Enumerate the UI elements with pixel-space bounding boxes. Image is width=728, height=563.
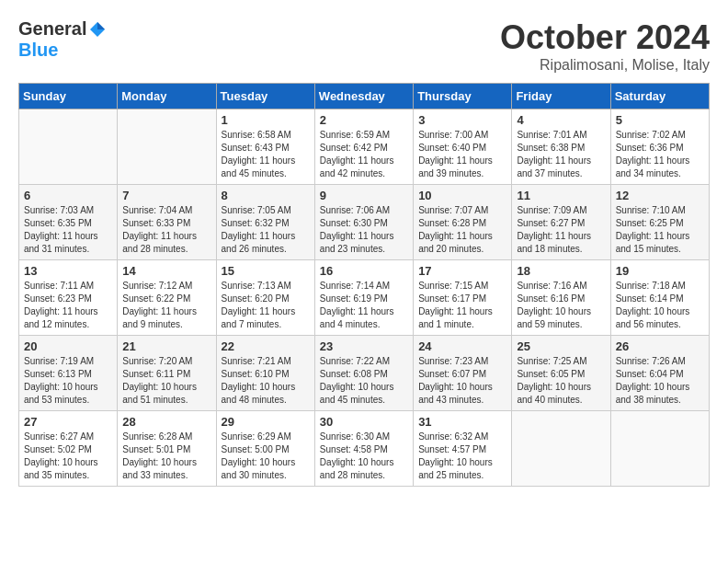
day-number: 7 <box>122 189 210 202</box>
daylight-text: Daylight: 10 hours and 53 minutes. <box>24 382 98 405</box>
sunrise-text: Sunrise: 6:27 AM <box>24 431 94 442</box>
calendar-cell: 19Sunrise: 7:18 AMSunset: 6:14 PMDayligh… <box>610 260 709 336</box>
daylight-text: Daylight: 10 hours and 56 minutes. <box>616 306 690 329</box>
day-number: 4 <box>517 113 605 127</box>
day-info: Sunrise: 7:23 AMSunset: 6:07 PMDaylight:… <box>418 355 506 407</box>
sunset-text: Sunset: 6:07 PM <box>418 369 486 379</box>
daylight-text: Daylight: 11 hours and 45 minutes. <box>222 155 296 178</box>
calendar-week-row: 6Sunrise: 7:03 AMSunset: 6:35 PMDaylight… <box>19 185 710 260</box>
sunrise-text: Sunrise: 7:21 AM <box>222 356 291 366</box>
calendar-cell: 10Sunrise: 7:07 AMSunset: 6:28 PMDayligh… <box>414 185 512 260</box>
sunset-text: Sunset: 6:32 PM <box>222 218 290 228</box>
calendar-cell: 20Sunrise: 7:19 AMSunset: 6:13 PMDayligh… <box>19 336 118 411</box>
day-number: 24 <box>418 339 506 353</box>
sunrise-text: Sunrise: 7:13 AM <box>222 281 291 291</box>
sunset-text: Sunset: 6:17 PM <box>418 293 486 304</box>
day-info: Sunrise: 7:14 AMSunset: 6:19 PMDaylight:… <box>320 280 408 331</box>
calendar-header-row: Sunday Monday Tuesday Wednesday Thursday… <box>19 84 710 109</box>
day-info: Sunrise: 7:00 AMSunset: 6:40 PMDaylight:… <box>418 129 506 180</box>
day-info: Sunrise: 7:26 AMSunset: 6:04 PMDaylight:… <box>616 355 704 407</box>
day-number: 27 <box>24 415 112 429</box>
sunset-text: Sunset: 6:33 PM <box>122 218 190 228</box>
calendar-cell: 12Sunrise: 7:10 AMSunset: 6:25 PMDayligh… <box>610 185 709 260</box>
daylight-text: Daylight: 11 hours and 12 minutes. <box>24 306 98 329</box>
sunrise-text: Sunrise: 7:18 AM <box>616 281 686 291</box>
sunset-text: Sunset: 4:58 PM <box>320 444 388 454</box>
day-info: Sunrise: 6:58 AMSunset: 6:43 PMDaylight:… <box>222 129 310 180</box>
day-number: 3 <box>418 113 506 127</box>
sunrise-text: Sunrise: 6:59 AM <box>320 130 390 140</box>
header-friday: Friday <box>512 84 610 109</box>
daylight-text: Daylight: 11 hours and 34 minutes. <box>616 155 690 178</box>
daylight-text: Daylight: 11 hours and 28 minutes. <box>122 231 197 254</box>
sunrise-text: Sunrise: 7:06 AM <box>320 205 390 215</box>
calendar-cell: 3Sunrise: 7:00 AMSunset: 6:40 PMDaylight… <box>414 109 512 185</box>
daylight-text: Daylight: 10 hours and 45 minutes. <box>320 382 394 405</box>
calendar-cell <box>610 411 709 487</box>
sunset-text: Sunset: 6:19 PM <box>320 293 388 304</box>
sunset-text: Sunset: 5:01 PM <box>122 444 190 454</box>
calendar-cell: 28Sunrise: 6:28 AMSunset: 5:01 PMDayligh… <box>118 411 216 487</box>
sunset-text: Sunset: 6:10 PM <box>222 369 290 379</box>
page-header: General Blue October 2024 Ripalimosani, … <box>18 18 710 74</box>
calendar-cell: 27Sunrise: 6:27 AMSunset: 5:02 PMDayligh… <box>19 411 118 487</box>
day-number: 31 <box>418 415 506 429</box>
day-number: 23 <box>320 339 408 353</box>
month-title: October 2024 <box>500 18 710 57</box>
header-saturday: Saturday <box>610 84 709 109</box>
calendar-cell: 14Sunrise: 7:12 AMSunset: 6:22 PMDayligh… <box>118 260 216 336</box>
calendar-cell: 1Sunrise: 6:58 AMSunset: 6:43 PMDaylight… <box>216 109 314 185</box>
daylight-text: Daylight: 11 hours and 18 minutes. <box>517 231 591 254</box>
sunset-text: Sunset: 6:43 PM <box>222 143 290 153</box>
daylight-text: Daylight: 11 hours and 31 minutes. <box>24 231 98 254</box>
day-info: Sunrise: 7:10 AMSunset: 6:25 PMDaylight:… <box>616 204 704 256</box>
day-number: 2 <box>320 113 408 127</box>
day-number: 22 <box>222 339 310 353</box>
sunrise-text: Sunrise: 7:05 AM <box>222 205 291 215</box>
sunset-text: Sunset: 5:00 PM <box>222 444 290 454</box>
day-info: Sunrise: 6:27 AMSunset: 5:02 PMDaylight:… <box>24 431 112 482</box>
header-wednesday: Wednesday <box>314 84 413 109</box>
sunset-text: Sunset: 6:13 PM <box>24 369 92 379</box>
sunset-text: Sunset: 6:42 PM <box>320 143 388 153</box>
calendar-cell: 26Sunrise: 7:26 AMSunset: 6:04 PMDayligh… <box>610 336 709 411</box>
day-info: Sunrise: 7:15 AMSunset: 6:17 PMDaylight:… <box>418 280 506 331</box>
day-info: Sunrise: 7:06 AMSunset: 6:30 PMDaylight:… <box>320 204 408 256</box>
calendar-cell: 24Sunrise: 7:23 AMSunset: 6:07 PMDayligh… <box>414 336 512 411</box>
daylight-text: Daylight: 11 hours and 23 minutes. <box>320 231 394 254</box>
sunrise-text: Sunrise: 7:01 AM <box>517 130 586 140</box>
calendar-cell: 15Sunrise: 7:13 AMSunset: 6:20 PMDayligh… <box>216 260 314 336</box>
sunrise-text: Sunrise: 6:28 AM <box>122 431 192 442</box>
day-info: Sunrise: 7:01 AMSunset: 6:38 PMDaylight:… <box>517 129 605 180</box>
day-info: Sunrise: 7:02 AMSunset: 6:36 PMDaylight:… <box>616 129 704 180</box>
calendar-cell: 16Sunrise: 7:14 AMSunset: 6:19 PMDayligh… <box>314 260 413 336</box>
sunset-text: Sunset: 6:30 PM <box>320 218 388 228</box>
sunrise-text: Sunrise: 7:12 AM <box>122 281 192 291</box>
day-info: Sunrise: 7:20 AMSunset: 6:11 PMDaylight:… <box>122 355 210 407</box>
calendar-cell: 6Sunrise: 7:03 AMSunset: 6:35 PMDaylight… <box>19 185 118 260</box>
sunset-text: Sunset: 6:11 PM <box>122 369 190 379</box>
daylight-text: Daylight: 11 hours and 37 minutes. <box>517 155 591 178</box>
sunset-text: Sunset: 4:57 PM <box>418 444 486 454</box>
sunset-text: Sunset: 6:22 PM <box>122 293 190 304</box>
daylight-text: Daylight: 11 hours and 15 minutes. <box>616 231 690 254</box>
header-tuesday: Tuesday <box>216 84 314 109</box>
calendar-cell: 7Sunrise: 7:04 AMSunset: 6:33 PMDaylight… <box>118 185 216 260</box>
day-number: 9 <box>320 189 408 202</box>
sunset-text: Sunset: 6:16 PM <box>517 293 585 304</box>
day-info: Sunrise: 7:16 AMSunset: 6:16 PMDaylight:… <box>517 280 605 331</box>
day-number: 10 <box>418 189 506 202</box>
logo-icon <box>88 20 107 39</box>
sunrise-text: Sunrise: 7:14 AM <box>320 281 390 291</box>
calendar-week-row: 1Sunrise: 6:58 AMSunset: 6:43 PMDaylight… <box>19 109 710 185</box>
sunrise-text: Sunrise: 7:07 AM <box>418 205 488 215</box>
day-number: 29 <box>222 415 310 429</box>
sunrise-text: Sunrise: 6:29 AM <box>222 431 291 442</box>
sunset-text: Sunset: 6:25 PM <box>616 218 684 228</box>
sunrise-text: Sunrise: 7:10 AM <box>616 205 686 215</box>
sunrise-text: Sunrise: 7:09 AM <box>517 205 586 215</box>
calendar-cell <box>19 109 118 185</box>
day-number: 18 <box>517 264 605 278</box>
day-info: Sunrise: 7:07 AMSunset: 6:28 PMDaylight:… <box>418 204 506 256</box>
sunset-text: Sunset: 6:05 PM <box>517 369 585 379</box>
